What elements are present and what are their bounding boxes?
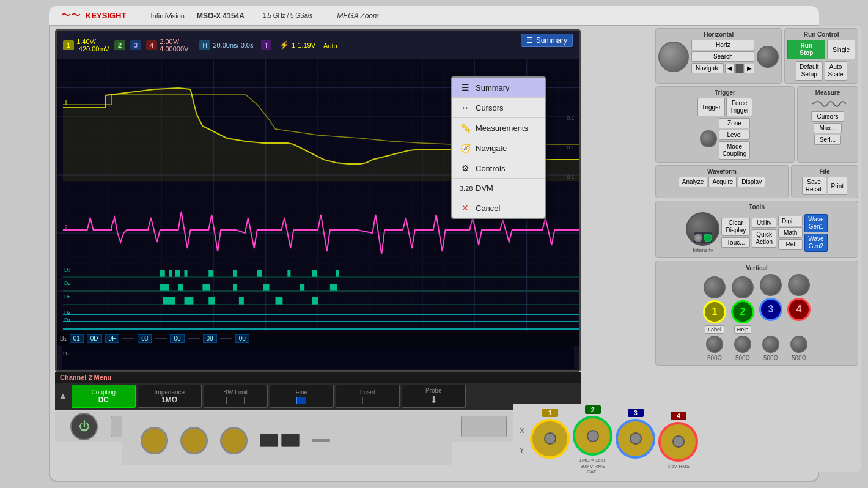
- h-badge[interactable]: H 20.00ns/ 0.0s: [199, 40, 253, 50]
- bwlimit-button[interactable]: BW Limit: [204, 385, 268, 408]
- search-button[interactable]: Search: [691, 51, 754, 62]
- ch4-number-badge[interactable]: 4: [787, 298, 811, 321]
- ch1-pos-knob[interactable]: [704, 276, 726, 298]
- acquire-button[interactable]: Acquire: [708, 177, 737, 187]
- svg-rect-27: [257, 270, 262, 277]
- nav-left-arrow[interactable]: ◀: [725, 64, 735, 73]
- svg-rect-23: [175, 270, 180, 277]
- menu-up-arrow-icon[interactable]: ▲: [58, 391, 68, 402]
- menu-item-measurements[interactable]: 📏 Measurements: [452, 118, 545, 138]
- ch1-scale-knob[interactable]: [706, 336, 723, 353]
- impedance-button[interactable]: Impedance 1MΩ: [138, 385, 202, 408]
- ch3-bnc-connector[interactable]: [616, 419, 655, 459]
- ch3-vertical-group: 3 500Ω: [759, 274, 782, 361]
- probe-input-3[interactable]: [220, 427, 248, 454]
- coupling-button[interactable]: Coupling DC: [72, 385, 136, 408]
- utility-button[interactable]: Utility: [752, 218, 776, 228]
- usb-port-1[interactable]: [260, 434, 278, 447]
- ch3-number-badge[interactable]: 3: [759, 298, 782, 321]
- ch4-badge[interactable]: 4 2.00V/ 4.00000V: [146, 38, 188, 53]
- single-button[interactable]: Single: [827, 40, 855, 59]
- ch2-help-button[interactable]: Help: [734, 325, 752, 334]
- ch3-badge[interactable]: 3: [130, 40, 141, 50]
- ch1-number-badge[interactable]: 1: [703, 300, 726, 323]
- ch2-pos-knob[interactable]: [732, 276, 754, 298]
- ch1-label-button[interactable]: Label: [705, 325, 724, 334]
- force-trigger-button[interactable]: ForceTrigger: [726, 98, 752, 116]
- ch4-scale-knob[interactable]: [790, 336, 807, 353]
- math-button[interactable]: Math: [778, 227, 803, 238]
- navigate-button[interactable]: Navigate: [691, 63, 724, 73]
- ch2-number-badge[interactable]: 2: [731, 300, 754, 323]
- horiz-button[interactable]: Horiz: [691, 40, 754, 50]
- touch-button[interactable]: Touc...: [721, 237, 750, 248]
- ch4-value: 2.00V/ 4.00000V: [160, 38, 188, 53]
- ch3-scale-knob[interactable]: [762, 336, 779, 353]
- intensity-knob[interactable]: [686, 212, 719, 246]
- ch2-badge[interactable]: 2: [114, 40, 125, 50]
- svg-text:0.1: 0.1: [567, 144, 574, 150]
- ch4-bnc-connector[interactable]: [658, 422, 698, 462]
- wave-gen2-button[interactable]: WaveGen2: [804, 234, 827, 252]
- ch2-vertical-group: 2 Help 500Ω: [731, 276, 754, 361]
- max-button[interactable]: Max...: [814, 123, 841, 133]
- softkey-7[interactable]: [461, 416, 507, 437]
- svg-text:2: 2: [64, 224, 68, 231]
- auto-scale-button[interactable]: AutoScale: [825, 61, 847, 81]
- trigger-button[interactable]: Trigger: [697, 98, 725, 116]
- seri-button[interactable]: Seri...: [814, 135, 841, 145]
- trigger-level-knob[interactable]: [700, 130, 717, 147]
- power-button[interactable]: ⏻: [70, 413, 98, 440]
- ch1-bnc-connector[interactable]: [530, 419, 570, 459]
- usb-port-2[interactable]: [281, 434, 300, 447]
- menu-item-dvm[interactable]: 3.28 DVM: [452, 179, 545, 198]
- wave-gen1-button[interactable]: WaveGen1: [804, 214, 827, 232]
- channel-header: 1 1.40V/ -420.00mV 2 3 4 2.00V/ 4.00000V…: [57, 31, 579, 59]
- run-stop-button[interactable]: Run Stop: [787, 40, 825, 59]
- quick-action-button[interactable]: QuickAction: [752, 229, 776, 248]
- probe-input-1[interactable]: [141, 427, 168, 454]
- svg-rect-37: [300, 284, 304, 291]
- fine-button[interactable]: Fine: [270, 385, 334, 408]
- svg-rect-30: [336, 270, 339, 277]
- cursors-measure-button[interactable]: Cursors: [811, 111, 844, 122]
- display-button[interactable]: Display: [738, 177, 765, 187]
- ch2-scale-knob[interactable]: [734, 336, 751, 353]
- analyze-button[interactable]: Analyze: [679, 177, 708, 187]
- menu-item-summary[interactable]: ☰ Summary: [452, 78, 545, 98]
- intensity-label: Intensity: [686, 247, 719, 253]
- t-badge[interactable]: T: [261, 40, 271, 50]
- ch4-connector-info: 5.5V RMS: [668, 464, 690, 470]
- menu-item-cancel[interactable]: ✕ Cancel: [452, 198, 545, 218]
- clear-display-button[interactable]: ClearDisplay: [721, 218, 750, 236]
- probe-button[interactable]: Probe ⬇: [402, 385, 466, 408]
- print-button[interactable]: Print: [828, 177, 848, 195]
- summary-button[interactable]: ☰ Summary: [521, 34, 573, 47]
- save-recall-button[interactable]: SaveRecall: [802, 177, 826, 195]
- nav-right-arrow[interactable]: ▶: [745, 64, 754, 73]
- digit-button[interactable]: Digit...: [778, 216, 803, 226]
- svg-text:T: T: [64, 99, 68, 106]
- zone-button[interactable]: Zone: [719, 118, 750, 128]
- svg-text:D₀: D₀: [64, 267, 70, 273]
- ch3-pos-knob[interactable]: [760, 274, 782, 296]
- ch1-badge[interactable]: 1 1.40V/ -420.00mV: [63, 38, 109, 53]
- division-name: InfiniiVision: [150, 12, 184, 20]
- svg-rect-24: [185, 270, 188, 277]
- menu-item-cursors[interactable]: ↔ Cursors: [452, 98, 545, 118]
- probe-input-2[interactable]: [180, 427, 208, 454]
- nav-stop-btn[interactable]: [735, 64, 744, 73]
- menu-item-navigate[interactable]: 🧭 Navigate: [452, 138, 545, 158]
- default-setup-button[interactable]: DefaultSetup: [796, 61, 823, 81]
- level-button[interactable]: Level: [719, 130, 750, 140]
- invert-button[interactable]: Invert: [336, 385, 400, 408]
- measurements-menu-icon: 📏: [460, 123, 471, 133]
- menu-item-controls[interactable]: ⚙ Controls: [452, 158, 545, 179]
- mode-coupling-button[interactable]: ModeCoupling: [719, 141, 750, 160]
- ch4-pos-knob[interactable]: [788, 274, 810, 296]
- ch2-bnc-connector[interactable]: [573, 416, 612, 456]
- horizontal-position-knob[interactable]: [658, 42, 689, 72]
- ch1-label: 1: [63, 40, 74, 50]
- horizontal-scale-knob[interactable]: [757, 46, 779, 68]
- ref-button[interactable]: Ref: [778, 239, 803, 250]
